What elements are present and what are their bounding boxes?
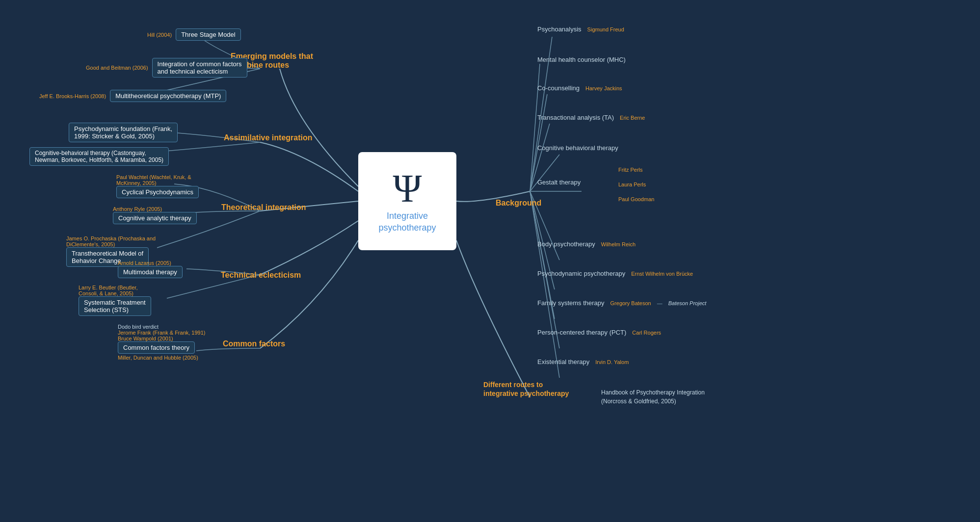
- family-systems-node[interactable]: Family systems therapy Gregory Bateson —…: [537, 299, 706, 307]
- existential-node[interactable]: Existential therapy Irvin D. Yalom: [537, 358, 629, 365]
- theoretical-label: Theoretical integration: [221, 203, 306, 212]
- pct-node[interactable]: Person-centered therapy (PCT) Carl Roger…: [537, 329, 661, 336]
- psi-symbol: Ψ: [393, 169, 422, 208]
- ta-node[interactable]: Transactional analysis (TA) Eric Berne: [537, 114, 645, 121]
- psychoanalysis-node[interactable]: Psychoanalysis Sigmund Freud: [537, 26, 624, 33]
- systematic-node[interactable]: Larry E. Beutler (Beutler,Consoli, & Lan…: [79, 285, 151, 316]
- three-stage-node[interactable]: Hill (2004) Three Stage Model: [147, 28, 241, 41]
- psychodynamic-node[interactable]: Psychodynamic psychotherapy Ernst Wilhel…: [537, 270, 693, 277]
- psychodynamic-foundation-node[interactable]: Psychodynamic foundation (Frank,1999: St…: [69, 123, 178, 142]
- common-factors-label: Common factors: [223, 339, 285, 348]
- body-psychotherapy-node[interactable]: Body psychotherapy Wilhelm Reich: [537, 240, 636, 248]
- center-node: Ψ Integrativepsychotherapy: [358, 152, 456, 250]
- cocounselling-node[interactable]: Co-counselling Harvey Jackins: [537, 84, 622, 92]
- different-routes-label: Different routes tointegrative psychothe…: [483, 380, 569, 398]
- background-branch-label: Background: [496, 199, 541, 208]
- multimodal-node[interactable]: Arnold Lazarus (2005) Multimodal therapy: [118, 260, 183, 278]
- cognitive-analytic-node[interactable]: Anthony Ryle (2005) Cognitive analytic t…: [113, 206, 197, 224]
- assimilative-label: Assimilative integration: [224, 133, 313, 142]
- common-factors-theory-node[interactable]: Dodo bird verdict Jerome Frank (Frank & …: [118, 324, 206, 361]
- gestalt-node[interactable]: Gestalt therapy: [537, 178, 581, 186]
- different-routes-note: Handbook of Psychotherapy Integration(No…: [601, 388, 705, 405]
- gestalt-subnotes: Fritz Perls Laura Perls Paul Goodman: [618, 167, 654, 202]
- cbt-castonguay-node[interactable]: Cognitive-behavioral therapy (Castonguay…: [29, 147, 169, 166]
- multitheoretical-node[interactable]: Jeff E. Brooks-Harris (2008) Multitheore…: [39, 90, 226, 102]
- center-label: Integrativepsychotherapy: [378, 210, 436, 234]
- mhc-node[interactable]: Mental health counselor (MHC): [537, 55, 626, 64]
- integration-node[interactable]: Good and Beitman (2006) Integration of c…: [86, 58, 247, 78]
- technical-label: Technical eclecticism: [221, 271, 301, 280]
- cbt-node[interactable]: Cognitive behavioral therapy: [537, 143, 618, 152]
- cyclical-node[interactable]: Paul Wachtel (Wachtel, Kruk, &McKinney, …: [116, 174, 199, 198]
